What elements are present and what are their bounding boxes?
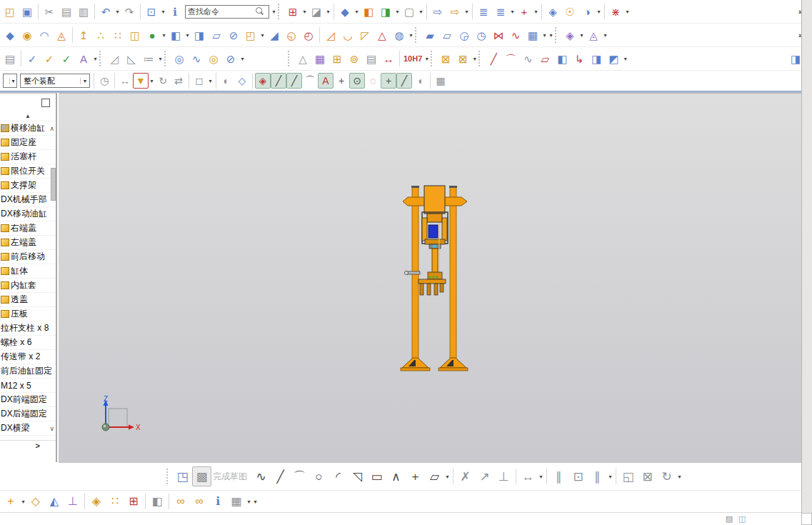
window-style-icon[interactable]: ▢	[401, 3, 418, 20]
sidebar-item[interactable]: DX前端固定	[0, 393, 56, 407]
snap-quadrant-icon[interactable]: ◌	[365, 73, 381, 89]
sidebar-item[interactable]: 透盖	[0, 293, 56, 307]
closed-curve-icon[interactable]: ▱	[536, 50, 553, 67]
half-section-icon[interactable]: ◧	[360, 3, 377, 20]
layer-category-icon[interactable]: ≣	[492, 3, 509, 20]
dropdown-arrow-icon[interactable]: ▾	[423, 56, 430, 62]
panel-float-button[interactable]	[41, 99, 50, 107]
sheet-body-icon[interactable]: ▱	[208, 26, 225, 44]
spline-icon[interactable]: ∿	[519, 50, 536, 67]
dropdown-arrow-icon[interactable]: ▾	[471, 56, 478, 62]
trim-body-icon[interactable]: ⊘	[225, 26, 242, 44]
edge-blend-icon[interactable]: ◸	[356, 26, 374, 44]
sidebar-item[interactable]: DX横梁∨	[0, 421, 56, 436]
sphere-icon[interactable]: ◍	[391, 26, 408, 44]
dropdown-arrow-icon[interactable]: ▾	[20, 499, 26, 505]
bounded-plane-icon[interactable]: ▦	[524, 26, 541, 44]
dropdown-arrow-icon[interactable]: ▾	[622, 56, 628, 62]
boss-icon[interactable]: ◉	[19, 26, 36, 44]
dropdown-arrow-icon[interactable]: ▾	[239, 56, 246, 62]
peer-dimension-icon[interactable]: ⊡	[568, 466, 588, 486]
dropdown-arrow-icon[interactable]: ▾	[246, 499, 252, 505]
sketch-chamfer-icon[interactable]: ◹	[348, 466, 367, 486]
surface-analysis-a-icon[interactable]: ◧	[553, 50, 571, 67]
dropdown-arrow-icon[interactable]: ▾	[252, 499, 259, 505]
assembly-sequence-icon[interactable]: ⊞	[124, 492, 143, 511]
offset-surface-icon[interactable]: ◴	[300, 26, 317, 44]
sidebar-item[interactable]: 横移油缸∧	[0, 121, 56, 136]
toolbar-drag-handle[interactable]	[278, 4, 282, 19]
sidebar-item[interactable]: 内缸套	[0, 279, 56, 293]
bend-icon[interactable]: ◡	[339, 26, 356, 44]
layer-settings-icon[interactable]: ≣	[475, 3, 492, 20]
shaded-tool-icon[interactable]: ◐	[219, 73, 234, 89]
command-finder-input[interactable]	[186, 6, 254, 17]
dropdown-arrow-icon[interactable]: ▾	[394, 9, 401, 15]
export-assembly-icon[interactable]: ⇨	[446, 3, 463, 20]
status-snap-indicator-icon[interactable]: ▨	[723, 514, 736, 524]
arc-icon[interactable]: ⌒	[502, 50, 519, 67]
toolbar-drag-handle[interactable]	[431, 51, 435, 66]
boolean-icon[interactable]: ●	[144, 26, 161, 44]
swept-icon[interactable]: ◶	[456, 26, 473, 44]
dropdown-arrow-icon[interactable]: ▾	[157, 56, 164, 62]
sidebar-item[interactable]: DX机械手部	[0, 193, 56, 207]
dropdown-arrow-icon[interactable]: ▾	[533, 9, 539, 15]
type-filter-dropdown[interactable]: ▾	[3, 74, 17, 88]
move-face-icon[interactable]: ◈	[561, 26, 578, 44]
draft-analysis-icon[interactable]: ◿	[106, 50, 123, 67]
sketch-point-icon[interactable]: +	[406, 466, 425, 486]
toolbar-drag-handle[interactable]	[555, 27, 559, 43]
sidebar-scrollbar-thumb[interactable]	[51, 168, 56, 201]
tolerance-triangle-icon[interactable]: △	[294, 50, 311, 67]
snap-spline-point-icon[interactable]: A	[318, 73, 334, 89]
exploded-view-icon[interactable]: ◧	[148, 492, 166, 511]
snap-midpoint-icon[interactable]: ╱	[286, 73, 302, 89]
finish-sketch-flag-icon[interactable]: ▩	[192, 466, 211, 486]
product-outline-icon[interactable]: ▦	[227, 492, 246, 511]
wave-link-icon[interactable]: ∞	[171, 492, 190, 511]
wave-editor-icon[interactable]: ∞	[190, 492, 209, 511]
sidebar-item[interactable]: 传送带 x 2	[0, 350, 56, 364]
examine-geometry-icon[interactable]: ✓	[24, 50, 41, 67]
spring-stack-icon[interactable]: ◎	[171, 50, 188, 67]
sidebar-item[interactable]: 前后油缸固定	[0, 364, 56, 379]
sidebar-item[interactable]: M12 x 5	[0, 379, 56, 393]
cut-icon[interactable]: ✂	[41, 3, 58, 20]
quick-extend-icon[interactable]: ↗	[475, 466, 494, 486]
dropdown-arrow-icon[interactable]: ▾	[354, 9, 360, 15]
reposition-icon[interactable]: ↔	[117, 73, 133, 89]
auto-constrain-icon[interactable]: ∥	[588, 466, 607, 486]
text-icon[interactable]: A	[75, 50, 92, 67]
point-set-folder-icon[interactable]: ⊞	[329, 50, 346, 67]
sidebar-scroll-up-button[interactable]: ▲	[0, 111, 56, 121]
paste-icon[interactable]: ▥	[75, 3, 92, 20]
dropdown-arrow-icon[interactable]: ▾	[541, 32, 548, 39]
snap-face-icon[interactable]: ◖	[412, 73, 428, 89]
extrude-icon[interactable]: ↥	[75, 26, 92, 44]
dropdown-arrow-icon[interactable]: ▾	[161, 32, 167, 39]
dropdown-arrow-icon[interactable]: ▾	[607, 474, 613, 480]
add-component-icon[interactable]: +	[1, 492, 20, 511]
rotate-tool-icon[interactable]: ↻	[155, 73, 171, 89]
dropdown-arrow-icon[interactable]: ▾	[271, 9, 277, 15]
open-icon[interactable]: ◰	[1, 3, 19, 20]
toolbar-drag-handle[interactable]	[166, 469, 171, 484]
assembly-model[interactable]	[399, 181, 477, 388]
snap-axis-icon[interactable]: +	[334, 73, 349, 89]
status-window-indicator-icon[interactable]: ◫	[736, 514, 748, 524]
lock-assembly-icon[interactable]: ⊠	[437, 50, 454, 67]
deviation-gauge-icon[interactable]: ≔	[140, 50, 157, 67]
pyramid-icon[interactable]: △	[374, 26, 391, 44]
ruled-surface-icon[interactable]: ▰	[421, 26, 438, 44]
snap-arc-center-icon[interactable]: ⊙	[349, 73, 365, 89]
revolve-icon[interactable]: ◠	[36, 26, 53, 44]
measure-distance-icon[interactable]: ↔	[380, 50, 397, 67]
toolbar-drag-handle[interactable]	[164, 51, 169, 66]
clip-section-icon[interactable]: ◪	[308, 3, 325, 20]
washer-icon[interactable]: ◎	[205, 50, 222, 67]
scroll-up-icon[interactable]: ∧	[49, 125, 56, 132]
edit-object-display-icon[interactable]: ◈	[544, 3, 561, 20]
toolbar-drag-handle[interactable]	[288, 51, 292, 66]
annotation-icon[interactable]: ▤	[363, 50, 380, 67]
